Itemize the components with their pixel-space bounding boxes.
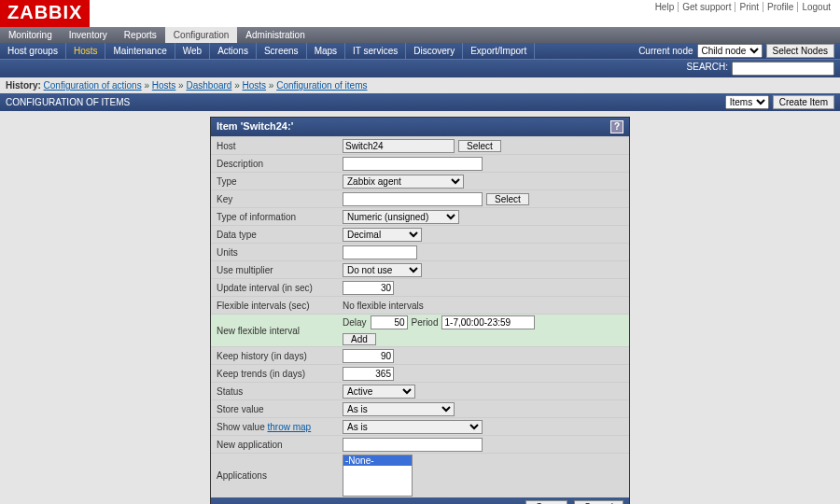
newapp-input[interactable] xyxy=(343,438,483,452)
typeinfo-label: Type of information xyxy=(217,212,343,222)
units-input[interactable] xyxy=(343,245,417,259)
multiplier-select[interactable]: Do not use xyxy=(343,263,422,277)
period-input[interactable] xyxy=(441,315,535,329)
logo: ZABBIX xyxy=(0,0,90,27)
submenu-actions[interactable]: Actions xyxy=(210,43,257,59)
submenu-web[interactable]: Web xyxy=(175,43,210,59)
submenu-maps[interactable]: Maps xyxy=(307,43,345,59)
node-label: Current node xyxy=(638,46,693,56)
help-icon[interactable]: ? xyxy=(610,120,623,133)
keephist-label: Keep history (in days) xyxy=(217,351,343,361)
logout-link[interactable]: Logout xyxy=(797,2,834,12)
form-title: Item 'Switch24:' xyxy=(217,120,293,133)
search-label: SEARCH: xyxy=(687,62,728,76)
submenu-discovery[interactable]: Discovery xyxy=(406,43,463,59)
create-item-button[interactable]: Create Item xyxy=(773,95,834,109)
period-label: Period xyxy=(412,317,439,328)
save-button[interactable]: Save xyxy=(525,500,567,504)
host-field[interactable] xyxy=(343,139,455,153)
select-nodes-button[interactable]: Select Nodes xyxy=(766,44,834,58)
submenu-exportimport[interactable]: Export/Import xyxy=(463,43,535,59)
delay-input[interactable] xyxy=(371,315,408,329)
profile-link[interactable]: Profile xyxy=(763,2,797,12)
items-dropdown[interactable]: Items xyxy=(725,95,769,109)
throwmap-link[interactable]: throw map xyxy=(267,422,311,432)
submenu-screens[interactable]: Screens xyxy=(257,43,307,59)
datatype-select[interactable]: Decimal xyxy=(343,228,422,242)
history-link[interactable]: Configuration of items xyxy=(276,80,367,91)
key-select-button[interactable]: Select xyxy=(486,193,529,205)
page-title: CONFIGURATION OF ITEMS xyxy=(6,97,130,107)
showvalue-select[interactable]: As is xyxy=(343,420,483,434)
datatype-label: Data type xyxy=(217,230,343,240)
sub-menu: Host groups Hosts Maintenance Web Action… xyxy=(0,43,535,59)
top-links: HelpGet supportPrintProfileLogout xyxy=(651,0,834,12)
updateint-input[interactable] xyxy=(343,281,394,295)
history-trail: History: Configuration of actions » Host… xyxy=(0,77,840,93)
history-link[interactable]: Configuration of actions xyxy=(44,80,142,91)
menu-monitoring[interactable]: Monitoring xyxy=(0,27,61,43)
host-select-button[interactable]: Select xyxy=(458,140,501,152)
menu-reports[interactable]: Reports xyxy=(116,27,165,43)
keeptrends-input[interactable] xyxy=(343,367,394,381)
storevalue-select[interactable]: As is xyxy=(343,402,455,416)
status-select[interactable]: Active xyxy=(343,385,415,399)
showvalue-label: Show value throw map xyxy=(217,422,343,432)
menu-configuration[interactable]: Configuration xyxy=(165,27,237,43)
print-link[interactable]: Print xyxy=(735,2,763,12)
flexint-label: Flexible intervals (sec) xyxy=(217,301,343,311)
help-link[interactable]: Help xyxy=(651,2,679,12)
typeinfo-select[interactable]: Numeric (unsigned) xyxy=(343,210,459,224)
newapp-label: New application xyxy=(217,440,343,450)
status-label: Status xyxy=(217,386,343,397)
newflex-label: New flexible interval xyxy=(217,326,343,336)
submenu-hostgroups[interactable]: Host groups xyxy=(0,43,66,59)
storevalue-label: Store value xyxy=(217,404,343,414)
applications-label: Applications xyxy=(217,470,343,481)
type-label: Type xyxy=(217,176,343,187)
description-label: Description xyxy=(217,159,343,169)
submenu-maintenance[interactable]: Maintenance xyxy=(105,43,175,59)
description-input[interactable] xyxy=(343,157,483,171)
keeptrends-label: Keep trends (in days) xyxy=(217,369,343,379)
history-link[interactable]: Hosts xyxy=(243,80,267,91)
menu-inventory[interactable]: Inventory xyxy=(61,27,116,43)
submenu-itservices[interactable]: IT services xyxy=(345,43,406,59)
units-label: Units xyxy=(217,247,343,258)
menu-administration[interactable]: Administration xyxy=(237,27,313,43)
flexint-text: No flexible intervals xyxy=(343,301,424,311)
history-link[interactable]: Hosts xyxy=(152,80,176,91)
delay-label: Delay xyxy=(343,317,367,328)
key-label: Key xyxy=(217,194,343,204)
key-input[interactable] xyxy=(343,192,483,206)
node-select[interactable]: Child node xyxy=(697,44,763,58)
submenu-hosts[interactable]: Hosts xyxy=(66,43,106,59)
multiplier-label: Use multiplier xyxy=(217,265,343,275)
host-label: Host xyxy=(217,141,343,151)
keephist-input[interactable] xyxy=(343,349,394,363)
support-link[interactable]: Get support xyxy=(678,2,735,12)
applications-listbox[interactable]: -None- xyxy=(343,455,413,497)
cancel-button[interactable]: Cancel xyxy=(574,500,623,504)
updateint-label: Update interval (in sec) xyxy=(217,283,343,293)
add-interval-button[interactable]: Add xyxy=(343,333,376,345)
type-select[interactable]: Zabbix agent xyxy=(343,175,464,189)
item-form: Item 'Switch24:' ? Host Select Descripti… xyxy=(210,117,630,504)
history-link[interactable]: Dashboard xyxy=(186,80,231,91)
main-menu: Monitoring Inventory Reports Configurati… xyxy=(0,27,840,43)
search-input[interactable] xyxy=(732,62,834,76)
